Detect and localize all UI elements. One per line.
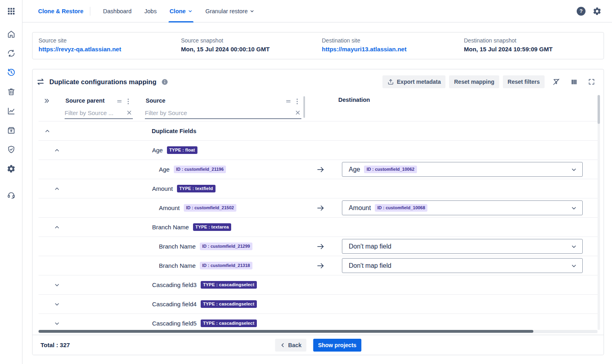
destination-field-select[interactable]: Don't map field (342, 258, 583, 273)
column-resize-handle[interactable] (303, 96, 305, 118)
table-row-cascading-field3: Cascading field3TYPE : cascadingselect (39, 275, 598, 295)
show-projects-button[interactable]: Show projects (313, 339, 361, 352)
fullscreen-button[interactable] (586, 76, 598, 88)
destination-field-select[interactable]: AmountID : customfield_10068 (342, 200, 583, 215)
source-field-label: Branch Name (159, 243, 196, 250)
back-button[interactable]: Back (275, 339, 306, 352)
export-metadata-button[interactable]: Export metadata (382, 75, 446, 88)
sidebar-security-button[interactable] (7, 145, 16, 154)
destination-cell (305, 179, 598, 198)
horizontal-scrollbar-thumb[interactable] (39, 330, 533, 333)
table-row-amount: AmountTYPE : textfield (39, 179, 598, 198)
row-indent-cell (39, 256, 143, 275)
destination-snapshot-block: Destination snapshot Mon, 15 Jul 2024 10… (464, 37, 604, 59)
column-menu-icon[interactable] (116, 98, 122, 104)
expand-group-icon[interactable] (54, 301, 60, 307)
chevron-down-icon (571, 263, 577, 269)
row-indent-cell (39, 198, 143, 217)
collapse-group-icon[interactable] (54, 186, 60, 192)
back-button-label: Back (288, 342, 301, 348)
shield-check-icon (7, 145, 16, 154)
column-more-icon[interactable] (296, 98, 298, 105)
sidebar-trash-button[interactable] (7, 87, 16, 96)
collapse-group-icon[interactable] (45, 128, 50, 134)
sidebar-import-button[interactable] (7, 126, 16, 135)
field-id-badge: ID : customfield_21196 (174, 166, 226, 173)
expand-all-rows-button[interactable] (44, 98, 50, 104)
mapping-card-title-group: Duplicate configurations mapping (37, 78, 168, 86)
source-field-label: Cascading field5 (152, 320, 197, 327)
info-icon[interactable] (161, 79, 168, 85)
sidebar-home-button[interactable] (7, 30, 16, 38)
source-cell: AmountID : customfield_21502 (143, 204, 305, 211)
destination-field-value: Don't map field (349, 262, 391, 269)
field-type-badge: TYPE : textfield (177, 185, 216, 192)
app-title[interactable]: Clone & Restore (38, 8, 83, 14)
columns-button[interactable] (568, 76, 580, 88)
table-header: Source parent Source (39, 94, 598, 121)
source-filter-input[interactable] (145, 109, 294, 116)
chevron-down-icon (571, 205, 577, 211)
source-cell: AgeID : customfield_21196 (143, 166, 305, 173)
column-more-icon[interactable] (127, 98, 129, 105)
mapping-card: Duplicate configurations mapping Export … (32, 69, 604, 355)
sidebar-analytics-button[interactable] (7, 107, 16, 115)
source-field-label: Age (159, 166, 170, 173)
export-icon (387, 79, 394, 85)
field-type-badge: TYPE : cascadingselect (201, 281, 257, 288)
vertical-scrollbar-thumb[interactable] (598, 95, 600, 124)
field-type-badge: TYPE : float (167, 146, 197, 154)
tab-dashboard[interactable]: Dashboard (103, 0, 132, 22)
row-indent-cell (39, 218, 143, 237)
chevron-down-icon (188, 9, 193, 14)
source-cell: AgeTYPE : float (143, 146, 305, 154)
reset-filters-button[interactable]: Reset filters (503, 75, 545, 88)
clear-filter-icon[interactable] (126, 110, 133, 115)
expand-group-icon[interactable] (54, 321, 60, 326)
tab-jobs[interactable]: Jobs (144, 0, 157, 22)
table-row-branch-name: Branch NameID : customfield_21299Don't m… (39, 237, 598, 256)
source-site-link[interactable]: https://revyz-qa.atlassian.net (39, 46, 181, 53)
columns-icon (571, 79, 577, 85)
column-header-source: Source (146, 97, 165, 104)
destination-field-select[interactable]: Don't map field (342, 239, 583, 254)
destination-field-select[interactable]: AgeID : customfield_10062 (342, 162, 583, 177)
destination-site-link[interactable]: https://mayuri13.atlassian.net (322, 46, 464, 53)
settings-button[interactable] (593, 7, 602, 16)
vertical-scrollbar[interactable] (598, 95, 600, 330)
collapse-group-icon[interactable] (54, 148, 60, 153)
table-row-amount: AmountID : customfield_21502AmountID : c… (39, 198, 598, 218)
source-parent-filter-input[interactable] (65, 109, 126, 116)
collapse-group-icon[interactable] (54, 224, 60, 230)
chevron-left-icon (280, 342, 285, 348)
destination-cell: Don't map field (305, 256, 598, 275)
snapshot-info-card: Source site https://revyz-qa.atlassian.n… (32, 32, 604, 59)
fullscreen-icon (588, 78, 595, 85)
clear-filter-icon[interactable] (294, 110, 301, 115)
export-metadata-label: Export metadata (397, 79, 441, 85)
sidebar-migration-button[interactable] (7, 49, 16, 58)
app-switcher-button[interactable] (7, 7, 16, 16)
field-type-badge: TYPE : textarea (193, 223, 232, 231)
sidebar-support-button[interactable] (7, 190, 16, 199)
chart-icon (7, 107, 16, 115)
sidebar-clone-restore-button[interactable] (7, 68, 16, 77)
filter-off-icon (552, 78, 560, 86)
reset-mapping-button[interactable]: Reset mapping (449, 75, 499, 88)
help-button[interactable]: ? (577, 7, 586, 16)
column-header-destination: Destination (338, 97, 370, 103)
column-menu-icon[interactable] (285, 98, 291, 104)
tab-granular-restore[interactable]: Granular restore (205, 0, 255, 22)
top-navigation: Clone & Restore Dashboard Jobs Clone Gra… (22, 0, 612, 22)
gear-icon (7, 164, 16, 173)
destination-snapshot-value: Mon, 15 Jul 2024 10:59:09 GMT (464, 46, 604, 53)
destination-field-value: Don't map field (349, 243, 391, 250)
trash-icon (7, 87, 16, 96)
horizontal-scrollbar[interactable] (39, 330, 598, 333)
map-arrow-icon (317, 263, 325, 269)
expand-group-icon[interactable] (54, 282, 60, 288)
sidebar-settings-button[interactable] (7, 164, 16, 173)
clear-all-filters-button[interactable] (550, 76, 562, 88)
tab-clone[interactable]: Clone (169, 0, 192, 22)
destination-cell (305, 275, 598, 294)
